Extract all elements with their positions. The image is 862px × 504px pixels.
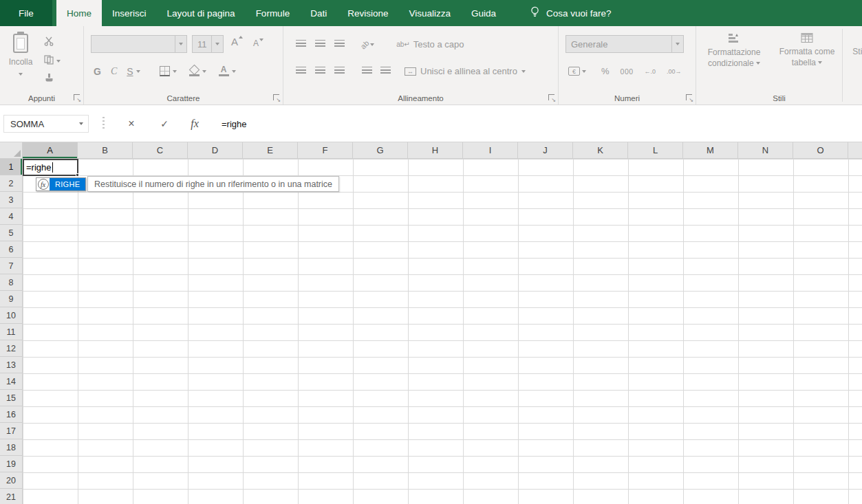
row-header-7[interactable]: 7 — [0, 258, 22, 274]
row-header-16[interactable]: 16 — [0, 406, 22, 423]
row-header-17[interactable]: 17 — [0, 423, 22, 439]
column-header-c[interactable]: C — [133, 142, 188, 158]
font-name-combo[interactable] — [91, 35, 187, 53]
align-right-icon[interactable] — [334, 67, 345, 76]
row-header-5[interactable]: 5 — [0, 225, 22, 241]
number-format-combo[interactable]: Generale — [565, 35, 684, 53]
increase-indent-icon[interactable] — [380, 67, 391, 76]
font-name-dropdown-arrow[interactable] — [175, 36, 186, 52]
cell-styles-button[interactable]: Stili cella — [845, 32, 862, 58]
column-header-k[interactable]: K — [573, 142, 628, 158]
row-header-9[interactable]: 9 — [0, 291, 22, 307]
fill-color-dropdown-arrow[interactable] — [202, 70, 206, 73]
select-all-corner[interactable] — [0, 142, 23, 159]
row-header-21[interactable]: 21 — [0, 489, 22, 504]
tell-me[interactable]: Cosa vuoi fare? — [530, 0, 612, 26]
increase-decimal-icon[interactable] — [645, 68, 656, 75]
tab-layout-di-pagina[interactable]: Layout di pagina — [157, 0, 246, 26]
row-header-19[interactable]: 19 — [0, 456, 22, 472]
name-box-dropdown-arrow[interactable] — [79, 122, 83, 125]
align-bottom-icon[interactable] — [334, 40, 345, 49]
row-header-2[interactable]: 2 — [0, 175, 22, 192]
bold-button[interactable]: G — [94, 66, 101, 77]
accounting-format-icon[interactable] — [568, 67, 580, 76]
tab-formule[interactable]: Formule — [246, 0, 301, 26]
formula-input[interactable]: =righe — [222, 115, 247, 133]
row-header-20[interactable]: 20 — [0, 472, 22, 489]
conditional-formatting-button[interactable]: Formattazione condizionale — [699, 32, 769, 69]
column-header-g[interactable]: G — [353, 142, 408, 158]
font-color-dropdown-arrow[interactable] — [232, 70, 236, 73]
number-dialog-launcher-icon[interactable] — [686, 94, 692, 100]
wrap-text-button[interactable]: Testo a capo — [413, 39, 464, 50]
row-header-1[interactable]: 1 — [0, 159, 22, 175]
merge-center-dropdown-arrow[interactable] — [521, 70, 526, 73]
column-header-a[interactable]: A — [23, 142, 78, 158]
row-header-11[interactable]: 11 — [0, 324, 22, 340]
column-header-h[interactable]: H — [408, 142, 463, 158]
font-size-dropdown-arrow[interactable] — [211, 36, 223, 52]
row-header-4[interactable]: 4 — [0, 208, 22, 225]
percent-style-button[interactable]: % — [601, 66, 610, 76]
orientation-dropdown-arrow[interactable] — [370, 43, 374, 46]
conditional-dropdown-arrow[interactable] — [756, 62, 760, 65]
row-header-8[interactable]: 8 — [0, 274, 22, 291]
font-color-icon[interactable]: A — [219, 66, 229, 76]
row-header-15[interactable]: 15 — [0, 390, 22, 406]
decrease-font-size-button[interactable]: A — [253, 39, 263, 48]
column-header-e[interactable]: E — [243, 142, 298, 158]
alignment-dialog-launcher-icon[interactable] — [548, 94, 554, 100]
accounting-dropdown-arrow[interactable] — [582, 70, 586, 73]
fill-color-icon[interactable] — [189, 66, 200, 76]
row-header-6[interactable]: 6 — [0, 241, 22, 258]
column-header-f[interactable]: F — [298, 142, 353, 158]
tab-file[interactable]: File — [0, 0, 52, 26]
format-as-table-dropdown-arrow[interactable] — [818, 61, 822, 64]
format-as-table-button[interactable]: Formatta come tabella — [772, 32, 842, 68]
underline-dropdown-arrow[interactable] — [136, 70, 140, 73]
copy-button[interactable] — [40, 52, 76, 70]
merge-center-button[interactable]: Unisci e allinea al centro — [420, 66, 517, 76]
column-header-b[interactable]: B — [78, 142, 133, 158]
row-header-12[interactable]: 12 — [0, 340, 22, 357]
borders-dropdown-arrow[interactable] — [173, 70, 177, 73]
font-dialog-launcher-icon[interactable] — [273, 94, 279, 100]
tab-revisione[interactable]: Revisione — [337, 0, 398, 26]
active-cell-a1[interactable]: =righe — [23, 159, 78, 176]
column-header-d[interactable]: D — [188, 142, 243, 158]
column-header-i[interactable]: I — [463, 142, 518, 158]
italic-button[interactable]: C — [111, 66, 117, 77]
tab-home[interactable]: Home — [56, 0, 102, 26]
paste-dropdown-arrow[interactable] — [19, 73, 23, 76]
row-header-13[interactable]: 13 — [0, 357, 22, 373]
number-format-dropdown-arrow[interactable] — [671, 36, 683, 52]
cell-grid[interactable]: =righe RIGHE Restituisce il numero di ri… — [23, 159, 862, 504]
fill-handle[interactable] — [76, 173, 79, 177]
row-header-18[interactable]: 18 — [0, 439, 22, 456]
row-header-3[interactable]: 3 — [0, 192, 22, 208]
borders-icon[interactable] — [160, 66, 170, 76]
align-left-icon[interactable] — [296, 67, 306, 76]
tab-guida[interactable]: Guida — [461, 0, 506, 26]
align-middle-icon[interactable] — [315, 40, 325, 49]
insert-function-button[interactable]: fx — [184, 115, 205, 133]
column-header-j[interactable]: J — [518, 142, 573, 158]
decrease-indent-icon[interactable] — [362, 67, 372, 76]
formula-bar-grip[interactable] — [103, 117, 105, 131]
row-header-14[interactable]: 14 — [0, 373, 22, 390]
format-painter-button[interactable] — [40, 70, 76, 89]
font-size-combo[interactable]: 11 — [192, 35, 224, 53]
cut-button[interactable] — [40, 33, 76, 52]
column-header-o[interactable]: O — [793, 142, 848, 158]
column-header-l[interactable]: L — [628, 142, 683, 158]
row-header-10[interactable]: 10 — [0, 307, 22, 324]
paste-button[interactable]: Incolla — [4, 32, 37, 79]
decrease-decimal-icon[interactable] — [667, 68, 682, 75]
tab-visualizza[interactable]: Visualizza — [398, 0, 461, 26]
column-header-m[interactable]: M — [683, 142, 738, 158]
align-center-icon[interactable] — [315, 67, 325, 76]
name-box[interactable]: SOMMA — [3, 115, 89, 133]
comma-style-button[interactable]: 000 — [621, 67, 634, 76]
tab-dati[interactable]: Dati — [300, 0, 337, 26]
underline-button[interactable]: S — [127, 66, 133, 77]
